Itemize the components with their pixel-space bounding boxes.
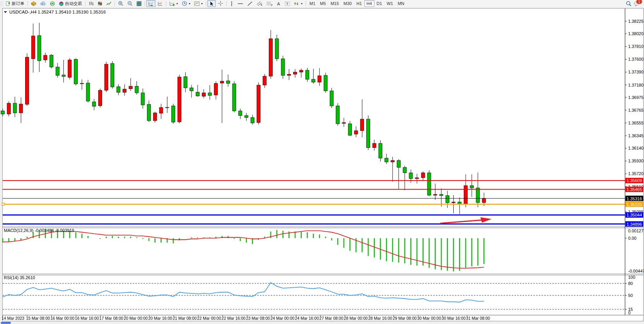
tf-button-D1[interactable]: D1 (374, 0, 384, 7)
candle (26, 57, 29, 104)
chart-shift-button[interactable] (155, 0, 165, 7)
candle (299, 70, 303, 72)
rsi-axis-label: 0 (628, 310, 630, 315)
tf-button-H4[interactable]: H4 (364, 0, 374, 7)
candle (1, 111, 5, 114)
search-button[interactable] (624, 0, 634, 7)
time-tick-label: 17 Mar 08:00 (99, 316, 123, 321)
candle (232, 84, 236, 111)
candle (7, 103, 10, 114)
candle (330, 91, 333, 106)
candle (153, 113, 157, 121)
time-tick-label: 24 Mar 16:00 (295, 316, 319, 321)
candle (312, 79, 315, 82)
candle (367, 119, 370, 148)
tf-button-W1[interactable]: W1 (384, 0, 396, 7)
separator (206, 1, 206, 6)
indicators-button[interactable]: ▾ (167, 0, 180, 7)
template-icon (194, 1, 200, 6)
candle (482, 198, 486, 203)
notifications-button[interactable]: 1 (634, 1, 640, 7)
candle (397, 160, 400, 167)
candle (111, 63, 114, 87)
zoom-in-button[interactable] (116, 0, 125, 7)
fibonacci-icon: F (266, 1, 273, 6)
auto-trading-button[interactable]: 自动交易 (57, 0, 84, 7)
candle (13, 103, 17, 113)
candle (74, 60, 78, 84)
time-tick-label: 22 Mar 16:00 (222, 316, 246, 321)
tf-button-M1[interactable]: M1 (307, 0, 318, 7)
candle (263, 76, 266, 85)
notification-badge: 1 (636, 0, 642, 4)
candle (196, 92, 200, 96)
horizontal-line-tool-button[interactable] (236, 0, 245, 7)
signals-button[interactable] (38, 0, 48, 7)
chart-background (3, 9, 644, 321)
tf-button-MN[interactable]: MN (395, 0, 407, 7)
crosshair-tool-button[interactable] (216, 0, 225, 7)
candle (190, 88, 193, 91)
taskbar-fragment (1, 322, 11, 324)
templates-button[interactable]: ▾ (192, 0, 205, 7)
cursor-tool-button[interactable] (207, 0, 216, 7)
time-tick-label: 22 Mar 00:00 (197, 316, 221, 321)
candle (251, 118, 254, 123)
periods-button[interactable]: ▾ (180, 0, 192, 7)
new-order-button[interactable]: 新订单 (4, 0, 26, 7)
line-selection-handle[interactable] (2, 203, 4, 205)
line-chart-mode-button[interactable] (104, 0, 113, 7)
candle (239, 111, 242, 116)
candle (354, 131, 358, 134)
candle (318, 76, 321, 82)
candle (56, 67, 59, 75)
arrow-objects-icon (294, 1, 299, 6)
tile-windows-button[interactable] (135, 0, 143, 7)
text-tool-button[interactable]: A (275, 0, 283, 7)
candle (147, 104, 151, 121)
trendline-tool-button[interactable] (245, 0, 255, 7)
price-tick-label: 1.36975 (628, 95, 644, 100)
tf-button-M5[interactable]: M5 (318, 0, 328, 7)
auto-trading-icon (59, 1, 64, 6)
arrows-tool-button[interactable]: ▾ (292, 0, 304, 7)
candle (50, 55, 53, 67)
price-label-text: 1.34896 (627, 222, 642, 227)
channel-tool-button[interactable]: E (255, 0, 265, 7)
candle (38, 36, 41, 61)
time-tick-label: 21 Mar 08:00 (173, 316, 196, 321)
news-broadcast-button[interactable] (48, 0, 57, 7)
tf-button-M30[interactable]: M30 (341, 0, 354, 7)
candle (62, 75, 65, 77)
templates-dropdown-caret: ▾ (201, 2, 203, 5)
candle (123, 89, 126, 92)
candlestick-mode-button[interactable] (96, 0, 104, 7)
price-tick-label: 1.36555 (628, 121, 644, 125)
cloud-icon (40, 1, 46, 6)
zoom-out-button[interactable] (125, 0, 135, 7)
separator (306, 1, 306, 6)
toolbar-grip[interactable] (1, 1, 3, 6)
candle (220, 81, 224, 83)
candle (159, 107, 163, 113)
candle (324, 75, 327, 91)
bar-chart-mode-button[interactable] (87, 0, 96, 7)
auto-scroll-button[interactable] (146, 0, 155, 7)
text-label-tool-button[interactable]: T (283, 0, 292, 7)
price-tick-label: 1.37600 (628, 57, 644, 61)
candle (129, 86, 132, 89)
main-toolbar: 新订单 自动交易 ▾ ▾ (0, 0, 644, 7)
chart-window[interactable]: 1.382251.380201.378101.376001.373901.371… (0, 7, 644, 324)
candle (476, 188, 480, 203)
fibonacci-tool-button[interactable]: F (265, 0, 275, 7)
candle (409, 173, 413, 179)
cursor-icon (209, 1, 214, 6)
tf-button-M15[interactable]: M15 (328, 0, 341, 7)
tf-button-H1[interactable]: H1 (354, 0, 364, 7)
separator (85, 1, 85, 6)
vertical-line-tool-button[interactable] (228, 0, 236, 7)
price-label-text: 1.35316 (627, 196, 642, 201)
svg-text:A: A (277, 1, 280, 6)
market-watch-button[interactable] (29, 0, 38, 7)
candle (141, 93, 145, 105)
